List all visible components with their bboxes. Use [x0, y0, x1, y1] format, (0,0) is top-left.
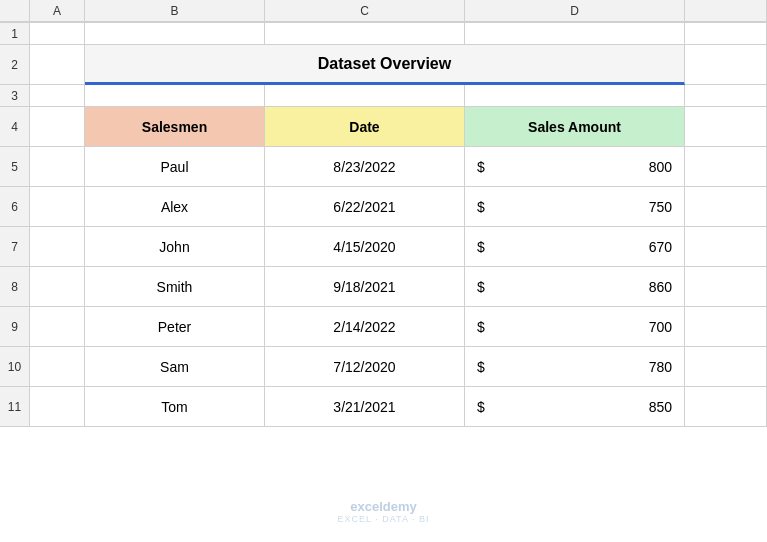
- cell-date-2[interactable]: 4/15/2020: [265, 227, 465, 267]
- cell-amount-2[interactable]: $ 670: [465, 227, 685, 267]
- spreadsheet: A B C D 1 2 3 4 5 6 7 8 9 10 11: [0, 0, 767, 542]
- dollar-sign-3: $: [465, 279, 495, 295]
- cell-date-6[interactable]: 3/21/2021: [265, 387, 465, 427]
- cell-e3[interactable]: [685, 85, 767, 107]
- cell-a11[interactable]: [30, 387, 85, 427]
- grid-content: Dataset Overview Salesmen Date Sales Amo…: [30, 23, 767, 542]
- row-num-2[interactable]: 2: [0, 45, 30, 85]
- cell-amount-4[interactable]: $ 700: [465, 307, 685, 347]
- row-3: [30, 85, 767, 107]
- cell-e1[interactable]: [685, 23, 767, 45]
- dollar-value-6: 850: [495, 399, 684, 415]
- header-salesmen: Salesmen: [85, 107, 265, 147]
- dollar-sign-1: $: [465, 199, 495, 215]
- cell-b1[interactable]: [85, 23, 265, 45]
- dollar-sign-0: $: [465, 159, 495, 175]
- cell-a8[interactable]: [30, 267, 85, 307]
- cell-b3[interactable]: [85, 85, 265, 107]
- cell-amount-5[interactable]: $ 780: [465, 347, 685, 387]
- cell-c3[interactable]: [265, 85, 465, 107]
- cell-name-2[interactable]: John: [85, 227, 265, 267]
- cell-e11[interactable]: [685, 387, 767, 427]
- dollar-value-4: 700: [495, 319, 684, 335]
- cell-c1[interactable]: [265, 23, 465, 45]
- row-11: Tom 3/21/2021 $ 850: [30, 387, 767, 427]
- row-6: Alex 6/22/2021 $ 750: [30, 187, 767, 227]
- cell-a10[interactable]: [30, 347, 85, 387]
- cell-amount-1[interactable]: $ 750: [465, 187, 685, 227]
- cell-date-1[interactable]: 6/22/2021: [265, 187, 465, 227]
- cell-a6[interactable]: [30, 187, 85, 227]
- cell-name-5[interactable]: Sam: [85, 347, 265, 387]
- cell-a3[interactable]: [30, 85, 85, 107]
- row-8: Smith 9/18/2021 $ 860: [30, 267, 767, 307]
- row-headers: 1 2 3 4 5 6 7 8 9 10 11: [0, 23, 30, 542]
- col-header-b[interactable]: B: [85, 0, 265, 22]
- row-num-9[interactable]: 9: [0, 307, 30, 347]
- dollar-value-1: 750: [495, 199, 684, 215]
- col-header-c[interactable]: C: [265, 0, 465, 22]
- row-num-11[interactable]: 11: [0, 387, 30, 427]
- cell-a7[interactable]: [30, 227, 85, 267]
- cell-amount-0[interactable]: $ 800: [465, 147, 685, 187]
- cell-date-4[interactable]: 2/14/2022: [265, 307, 465, 347]
- dollar-sign-4: $: [465, 319, 495, 335]
- cell-e10[interactable]: [685, 347, 767, 387]
- column-headers: A B C D: [0, 0, 767, 23]
- row-num-1[interactable]: 1: [0, 23, 30, 45]
- dollar-sign-2: $: [465, 239, 495, 255]
- cell-e5[interactable]: [685, 147, 767, 187]
- cell-e7[interactable]: [685, 227, 767, 267]
- col-header-a[interactable]: A: [30, 0, 85, 22]
- cell-name-3[interactable]: Smith: [85, 267, 265, 307]
- dollar-sign-6: $: [465, 399, 495, 415]
- row-num-4[interactable]: 4: [0, 107, 30, 147]
- dollar-sign-5: $: [465, 359, 495, 375]
- dollar-value-0: 800: [495, 159, 684, 175]
- row-num-8[interactable]: 8: [0, 267, 30, 307]
- cell-date-0[interactable]: 8/23/2022: [265, 147, 465, 187]
- row-4-headers: Salesmen Date Sales Amount: [30, 107, 767, 147]
- cell-a5[interactable]: [30, 147, 85, 187]
- row-9: Peter 2/14/2022 $ 700: [30, 307, 767, 347]
- cell-a9[interactable]: [30, 307, 85, 347]
- dollar-value-5: 780: [495, 359, 684, 375]
- corner-cell: [0, 0, 30, 22]
- grid-body: 1 2 3 4 5 6 7 8 9 10 11: [0, 23, 767, 542]
- cell-a2[interactable]: [30, 45, 85, 85]
- cell-amount-3[interactable]: $ 860: [465, 267, 685, 307]
- header-sales-amount: Sales Amount: [465, 107, 685, 147]
- row-2: Dataset Overview: [30, 45, 767, 85]
- cell-e6[interactable]: [685, 187, 767, 227]
- row-1: [30, 23, 767, 45]
- col-header-e[interactable]: [685, 0, 767, 22]
- row-num-10[interactable]: 10: [0, 347, 30, 387]
- cell-name-6[interactable]: Tom: [85, 387, 265, 427]
- cell-d1[interactable]: [465, 23, 685, 45]
- cell-date-3[interactable]: 9/18/2021: [265, 267, 465, 307]
- row-5: Paul 8/23/2022 $ 800: [30, 147, 767, 187]
- row-num-7[interactable]: 7: [0, 227, 30, 267]
- cell-e2[interactable]: [685, 45, 767, 85]
- row-10: Sam 7/12/2020 $ 780: [30, 347, 767, 387]
- header-date: Date: [265, 107, 465, 147]
- cell-e8[interactable]: [685, 267, 767, 307]
- cell-e9[interactable]: [685, 307, 767, 347]
- cell-d3[interactable]: [465, 85, 685, 107]
- title-cell: Dataset Overview: [85, 45, 685, 85]
- row-num-6[interactable]: 6: [0, 187, 30, 227]
- title-text: Dataset Overview: [93, 55, 676, 73]
- dollar-value-3: 860: [495, 279, 684, 295]
- cell-a1[interactable]: [30, 23, 85, 45]
- row-num-3[interactable]: 3: [0, 85, 30, 107]
- cell-date-5[interactable]: 7/12/2020: [265, 347, 465, 387]
- cell-amount-6[interactable]: $ 850: [465, 387, 685, 427]
- col-header-d[interactable]: D: [465, 0, 685, 22]
- cell-name-4[interactable]: Peter: [85, 307, 265, 347]
- cell-name-0[interactable]: Paul: [85, 147, 265, 187]
- row-num-5[interactable]: 5: [0, 147, 30, 187]
- row-7: John 4/15/2020 $ 670: [30, 227, 767, 267]
- cell-e4[interactable]: [685, 107, 767, 147]
- cell-name-1[interactable]: Alex: [85, 187, 265, 227]
- cell-a4[interactable]: [30, 107, 85, 147]
